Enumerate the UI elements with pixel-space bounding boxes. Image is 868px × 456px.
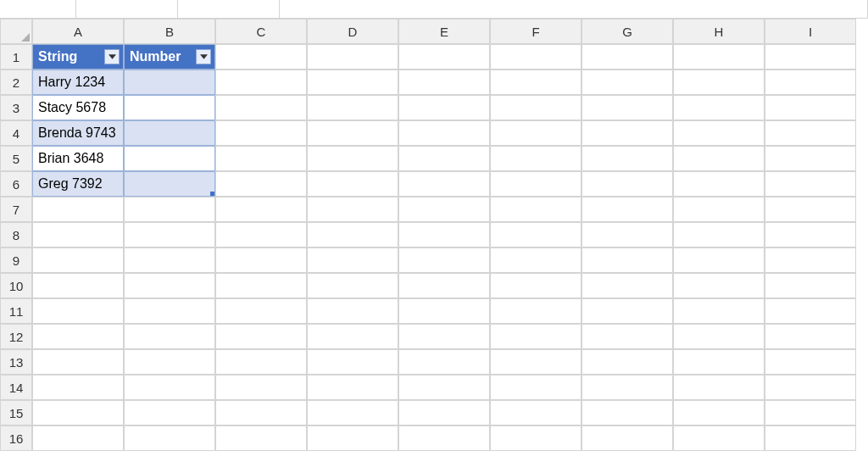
- cell-A14[interactable]: [32, 375, 124, 400]
- row-header-4[interactable]: 4: [0, 120, 32, 146]
- formula-bar[interactable]: [0, 0, 868, 19]
- cell-C16[interactable]: [215, 425, 307, 451]
- cell-F11[interactable]: [490, 298, 581, 324]
- cell-H16[interactable]: [673, 425, 765, 451]
- cell-A6[interactable]: Greg 7392: [32, 171, 124, 197]
- row-header-13[interactable]: 13: [0, 349, 32, 375]
- cell-G9[interactable]: [581, 247, 673, 273]
- cell-I10[interactable]: [765, 273, 856, 298]
- cell-I13[interactable]: [765, 349, 856, 375]
- table-header-string[interactable]: String: [32, 44, 124, 70]
- cell-G10[interactable]: [581, 273, 673, 298]
- cell-H15[interactable]: [673, 400, 765, 425]
- col-header-I[interactable]: I: [765, 19, 856, 44]
- col-header-F[interactable]: F: [490, 19, 581, 44]
- col-header-G[interactable]: G: [581, 19, 673, 44]
- cell-C11[interactable]: [215, 298, 307, 324]
- col-header-B[interactable]: B: [124, 19, 215, 44]
- row-header-10[interactable]: 10: [0, 273, 32, 298]
- cell-D3[interactable]: [307, 95, 398, 120]
- cell-B7[interactable]: [124, 197, 215, 222]
- cell-D12[interactable]: [307, 324, 398, 349]
- cell-H13[interactable]: [673, 349, 765, 375]
- spreadsheet-grid[interactable]: A B C D E F G H I 1 String Number 2 Harr…: [0, 19, 868, 451]
- cell-G16[interactable]: [581, 425, 673, 451]
- row-header-14[interactable]: 14: [0, 375, 32, 400]
- cell-D5[interactable]: [307, 146, 398, 171]
- cell-G8[interactable]: [581, 222, 673, 247]
- cell-A16[interactable]: [32, 425, 124, 451]
- cell-I9[interactable]: [765, 247, 856, 273]
- cell-H1[interactable]: [673, 44, 765, 70]
- cell-E12[interactable]: [398, 324, 490, 349]
- cell-H14[interactable]: [673, 375, 765, 400]
- cell-B16[interactable]: [124, 425, 215, 451]
- cell-H5[interactable]: [673, 146, 765, 171]
- cell-G11[interactable]: [581, 298, 673, 324]
- cell-F1[interactable]: [490, 44, 581, 70]
- cell-G3[interactable]: [581, 95, 673, 120]
- cell-E13[interactable]: [398, 349, 490, 375]
- cell-D10[interactable]: [307, 273, 398, 298]
- cell-G13[interactable]: [581, 349, 673, 375]
- cell-G2[interactable]: [581, 70, 673, 95]
- cell-I12[interactable]: [765, 324, 856, 349]
- cell-H8[interactable]: [673, 222, 765, 247]
- cell-E2[interactable]: [398, 70, 490, 95]
- cell-F15[interactable]: [490, 400, 581, 425]
- cell-I11[interactable]: [765, 298, 856, 324]
- cell-B4[interactable]: [124, 120, 215, 146]
- cell-F9[interactable]: [490, 247, 581, 273]
- cell-D1[interactable]: [307, 44, 398, 70]
- cell-I16[interactable]: [765, 425, 856, 451]
- cell-A15[interactable]: [32, 400, 124, 425]
- cell-E3[interactable]: [398, 95, 490, 120]
- cell-D8[interactable]: [307, 222, 398, 247]
- cell-F13[interactable]: [490, 349, 581, 375]
- cell-I7[interactable]: [765, 197, 856, 222]
- select-all-corner[interactable]: [0, 19, 32, 44]
- cell-F3[interactable]: [490, 95, 581, 120]
- row-header-2[interactable]: 2: [0, 70, 32, 95]
- row-header-5[interactable]: 5: [0, 146, 32, 171]
- cell-B14[interactable]: [124, 375, 215, 400]
- cell-G5[interactable]: [581, 146, 673, 171]
- cell-D6[interactable]: [307, 171, 398, 197]
- cell-B2[interactable]: [124, 70, 215, 95]
- cell-D13[interactable]: [307, 349, 398, 375]
- cell-F16[interactable]: [490, 425, 581, 451]
- table-header-number[interactable]: Number: [124, 44, 215, 70]
- cell-H10[interactable]: [673, 273, 765, 298]
- cell-I14[interactable]: [765, 375, 856, 400]
- cell-G14[interactable]: [581, 375, 673, 400]
- cell-F7[interactable]: [490, 197, 581, 222]
- col-header-A[interactable]: A: [32, 19, 124, 44]
- cell-C9[interactable]: [215, 247, 307, 273]
- cell-G12[interactable]: [581, 324, 673, 349]
- cell-F12[interactable]: [490, 324, 581, 349]
- row-header-7[interactable]: 7: [0, 197, 32, 222]
- cell-D9[interactable]: [307, 247, 398, 273]
- cell-G7[interactable]: [581, 197, 673, 222]
- cell-E16[interactable]: [398, 425, 490, 451]
- cell-A9[interactable]: [32, 247, 124, 273]
- row-header-3[interactable]: 3: [0, 95, 32, 120]
- cell-G4[interactable]: [581, 120, 673, 146]
- cell-G15[interactable]: [581, 400, 673, 425]
- cell-C4[interactable]: [215, 120, 307, 146]
- cell-B8[interactable]: [124, 222, 215, 247]
- cell-F5[interactable]: [490, 146, 581, 171]
- cell-B12[interactable]: [124, 324, 215, 349]
- cell-H2[interactable]: [673, 70, 765, 95]
- cell-F14[interactable]: [490, 375, 581, 400]
- cell-H3[interactable]: [673, 95, 765, 120]
- cell-I15[interactable]: [765, 400, 856, 425]
- cell-E4[interactable]: [398, 120, 490, 146]
- cell-E7[interactable]: [398, 197, 490, 222]
- row-header-8[interactable]: 8: [0, 222, 32, 247]
- cell-E15[interactable]: [398, 400, 490, 425]
- cell-E9[interactable]: [398, 247, 490, 273]
- cell-A11[interactable]: [32, 298, 124, 324]
- cell-D15[interactable]: [307, 400, 398, 425]
- cell-A2[interactable]: Harry 1234: [32, 70, 124, 95]
